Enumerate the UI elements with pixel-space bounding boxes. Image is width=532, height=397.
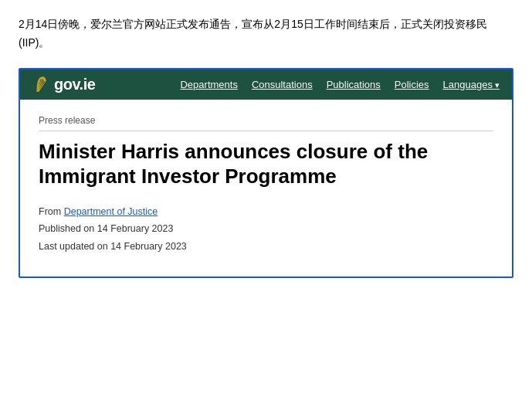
nav-languages[interactable]: Languages: [443, 79, 500, 90]
nav-policies[interactable]: Policies: [395, 79, 429, 90]
article-published: Published on 14 February 2023: [39, 220, 493, 238]
article-title: Minister Harris announces closure of the…: [39, 139, 493, 189]
article-category: Press release: [39, 115, 493, 131]
department-link[interactable]: Department of Justice: [64, 206, 158, 217]
article-meta: From Department of Justice Published on …: [39, 203, 493, 256]
gov-content: Press release Minister Harris announces …: [20, 100, 512, 277]
gov-logo-text: gov.ie: [54, 76, 95, 93]
from-label: From: [39, 206, 61, 217]
harp-icon: [32, 76, 49, 93]
svg-rect-6: [36, 90, 39, 92]
gov-navbar: gov.ie Departments Consultations Publica…: [20, 70, 512, 100]
intro-paragraph: 2月14日傍晚，爱尔兰官方网站正式发布通告，宣布从2月15日工作时间结束后，正式…: [19, 15, 513, 53]
article-from: From Department of Justice: [39, 203, 493, 221]
nav-departments[interactable]: Departments: [180, 79, 237, 90]
nav-consultations[interactable]: Consultations: [252, 79, 313, 90]
article-updated: Last updated on 14 February 2023: [39, 238, 493, 256]
gov-nav-links: Departments Consultations Publications P…: [180, 79, 500, 90]
nav-publications[interactable]: Publications: [327, 79, 381, 90]
browser-frame: gov.ie Departments Consultations Publica…: [19, 68, 513, 279]
gov-logo[interactable]: gov.ie: [32, 76, 95, 93]
